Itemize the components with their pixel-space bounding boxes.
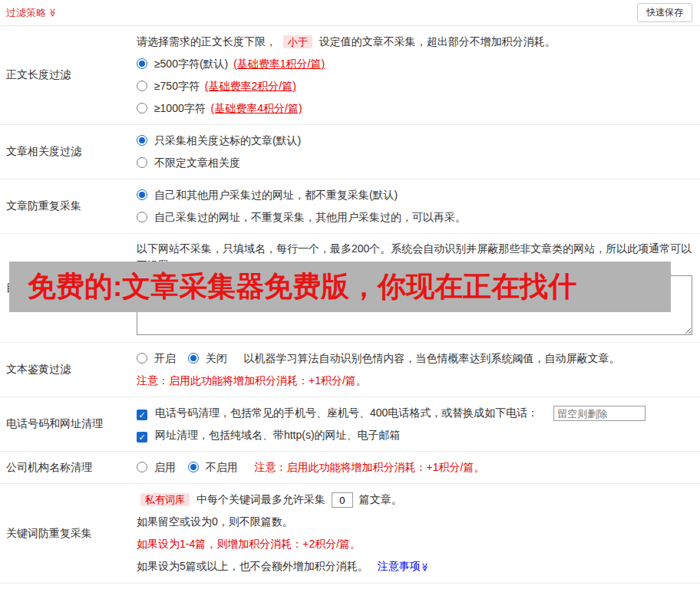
length-filter-label: 正文长度过滤 (0, 26, 137, 124)
radio-option-dedup-all-users[interactable]: 自己和其他用户采集过的网址，都不重复采集(默认) (137, 184, 692, 206)
radio-option-dedup-self-only[interactable]: 自己采集过的网址，不重复采集，其他用户采集过的，可以再采。 (137, 206, 692, 229)
rate-note: (基础费率2积分/篇) (205, 80, 296, 92)
radio-icon (137, 103, 147, 114)
radio-option-company-off[interactable]: 不启用 (188, 461, 241, 473)
company-clean-label: 公司机构名称清理 (0, 452, 137, 483)
section-title[interactable]: 过滤策略 ≫ (6, 6, 58, 20)
radio-icon (137, 462, 147, 472)
keyword-dedup-warning: 如果设为1-4篇，则增加积分消耗：+2积分/篇。 (137, 533, 692, 555)
topbar: 过滤策略 ≫ 快速保存 (0, 0, 700, 26)
porn-filter-label: 文本鉴黄过滤 (0, 343, 137, 397)
radio-option-1000-chars[interactable]: ≥1000字符 (基础费率4积分/篇) (137, 97, 692, 120)
radio-option-porn-on[interactable]: 开启 (137, 352, 179, 364)
chevron-down-icon: ≫ (414, 563, 436, 572)
watermark-banner: 免费的:文章采集器免费版，你现在正在找什 (9, 262, 671, 312)
keyword-dedup-line2: 如果留空或设为0，则不限篇数。 (137, 511, 692, 533)
porn-filter-desc: 以机器学习算法自动识别色情内容，当色情概率达到系统阈值，自动屏蔽文章。 (244, 352, 620, 364)
radio-icon (137, 212, 147, 222)
quick-save-button[interactable]: 快速保存 (637, 3, 692, 22)
dedup-filter-label: 文章防重复采集 (0, 179, 137, 233)
row-dedup-filter: 文章防重复采集 自己和其他用户采集过的网址，都不重复采集(默认) 自己采集过的网… (0, 179, 700, 234)
checkbox-url-clean[interactable]: 网址清理，包括纯域名、带http(s)的网址、电子邮箱 (137, 429, 401, 441)
intro-text-pre: 请选择需求的正文长度下限， (137, 35, 276, 48)
checkbox-checked-icon (137, 410, 147, 420)
radio-icon (137, 58, 147, 69)
chevron-down-icon: ≫ (48, 8, 58, 18)
radio-option-relevance-any[interactable]: 不限定文章相关度 (137, 152, 692, 174)
keyword-dedup-line4: 如果设为5篇或以上，也不会额外增加积分消耗。 (137, 560, 368, 572)
radio-option-750-chars[interactable]: ≥750字符 (基础费率2积分/篇) (137, 75, 692, 97)
radio-icon (137, 353, 147, 364)
checkbox-phone-clean[interactable]: 电话号码清理，包括常见的手机号、座机号、400电话格式，或替换成如下电话： (137, 406, 541, 419)
radio-icon (137, 157, 147, 168)
radio-icon (137, 81, 147, 91)
row-company-clean: 公司机构名称清理 启用 不启用 注意：启用此功能将增加积分消耗：+1积分/篇。 (0, 452, 700, 484)
radio-icon (137, 135, 147, 146)
private-thesaurus-tag: 私有词库 (140, 493, 190, 506)
company-clean-warning: 注意：启用此功能将增加积分消耗：+1积分/篇。 (255, 461, 485, 473)
keyword-count-input[interactable] (332, 492, 353, 508)
row-length-filter: 正文长度过滤 请选择需求的正文长度下限， 小于 设定值的文章不采集，超出部分不增… (0, 26, 700, 125)
radio-icon (188, 353, 199, 364)
row-relevance-filter: 文章相关度过滤 只采集相关度达标的文章(默认) 不限定文章相关度 (0, 125, 700, 179)
porn-filter-warning: 注意：启用此功能将增加积分消耗：+1积分/篇。 (137, 370, 692, 392)
radio-option-relevance-default[interactable]: 只采集相关度达标的文章(默认) (137, 130, 692, 152)
keyword-dedup-label: 关键词防重复采集 (0, 484, 137, 583)
notes-link[interactable]: 注意事项≫ (378, 560, 430, 572)
radio-option-company-on[interactable]: 启用 (137, 461, 179, 473)
relevance-filter-label: 文章相关度过滤 (0, 125, 137, 179)
page-title: 过滤策略 (6, 6, 46, 20)
intro-text-post: 设定值的文章不采集，超出部分不增加积分消耗。 (319, 35, 556, 48)
less-than-tag: 小于 (283, 35, 312, 48)
rate-note: (基础费率4积分/篇) (211, 102, 302, 114)
checkbox-checked-icon (137, 432, 147, 443)
length-filter-intro: 请选择需求的正文长度下限， 小于 设定值的文章不采集，超出部分不增加积分消耗。 (137, 31, 692, 53)
row-keyword-dedup: 关键词防重复采集 私有词库 中每个关键词最多允许采集 篇文章。 如果留空或设为0… (0, 484, 700, 584)
radio-option-500-chars[interactable]: ≥500字符(默认) (基础费率1积分/篇) (137, 53, 692, 75)
row-porn-filter: 文本鉴黄过滤 开启 关闭 以机器学习算法自动识别色情内容，当色情概率达到系统阈值… (0, 343, 700, 397)
replacement-phone-input[interactable] (553, 406, 646, 421)
rate-note: (基础费率1积分/篇) (233, 58, 325, 70)
radio-icon (137, 189, 147, 200)
row-phone-url-clean: 电话号码和网址清理 电话号码清理，包括常见的手机号、座机号、400电话格式，或替… (0, 397, 700, 452)
radio-icon (188, 462, 199, 472)
phone-url-clean-label: 电话号码和网址清理 (0, 397, 137, 451)
radio-option-porn-off[interactable]: 关闭 (188, 352, 230, 364)
